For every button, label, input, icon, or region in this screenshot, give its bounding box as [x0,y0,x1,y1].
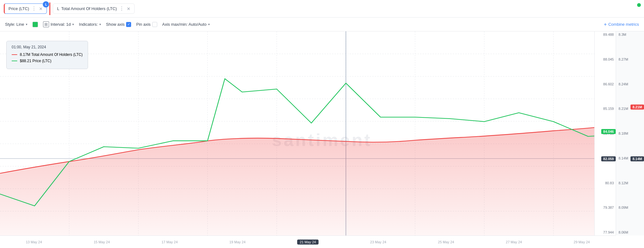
chart-svg [0,31,616,235]
combine-plus-icon: + [604,22,607,27]
ltc-icon-2: L [57,6,59,11]
indicators-chevron: ▾ [99,23,101,26]
y-right-label-1: 8.27M [616,57,644,61]
tooltip-date: 01:00, May 21, 2024 [12,45,83,49]
badge-crosshair-holders: 8.14M [630,156,644,161]
tab-price-label: Price (LTC) [8,6,29,11]
tab-price-menu[interactable]: ⋮ [31,6,37,12]
x-axis: 13 May 24 15 May 24 17 May 24 19 May 24 … [0,235,616,248]
show-axis-checkbox[interactable]: ✓ [126,22,131,27]
tooltip-row-holders: 8.17M Total Amount Of Holders (LTC) [12,52,83,57]
pin-axis-toggle[interactable]: Pin axis [136,22,157,27]
tab-holders-close[interactable]: ✕ [127,6,130,11]
tab-price-ltc[interactable]: L Price (LTC) ⋮ ✕ [4,3,47,14]
tooltip-line-green [12,61,17,62]
style-selector[interactable]: Style: Line ▾ [5,22,27,27]
chart-area: santiment 01:00, May 21, 2024 8.17M Tota… [0,31,644,248]
axis-maxmin-label: Axis max/min: Auto/Auto [162,22,207,27]
y-right-label-0: 8.3M [616,33,644,36]
y-right-label-4: 8.18M [616,132,644,135]
top-bar: L Price (LTC) ⋮ ✕ L Total Amount Of Hold… [0,0,644,18]
tooltip-row-price: $88.21 Price (LTC) [12,59,83,63]
x-label-6: 25 May 24 [438,240,454,244]
indicators-btn[interactable]: Indicators: ▾ [79,22,101,27]
combine-metrics-label: Combine metrics [608,22,639,27]
y-left-label-2: 86.602 [595,82,616,86]
status-dot [637,3,641,7]
y-right-label-2: 8.24M [616,82,644,86]
axis-maxmin-chevron: ▾ [208,23,210,26]
style-chevron: ▾ [26,23,27,26]
axis-maxmin-selector[interactable]: Axis max/min: Auto/Auto ▾ [162,22,210,27]
toolbar: Style: Line ▾ ⊞ Interval: 1d ▾ Indicator… [0,18,644,31]
x-label-1: 15 May 24 [94,240,110,244]
tab-holders-label: Total Amount Of Holders (LTC) [61,6,117,11]
tooltip: 01:00, May 21, 2024 8.17M Total Amount O… [6,41,88,69]
x-label-2: 17 May 24 [162,240,178,244]
tab-separator [49,3,50,15]
y-left-label-6: 80.83 [595,181,616,185]
interval-icon: ⊞ [43,21,49,27]
y-left-label-1: 88.045 [595,57,616,61]
y-left-label-0: 89.488 [595,33,616,36]
badge-crosshair-price: 82.059 [601,156,616,161]
y-axis-right: 8.3M 8.27M 8.24M 8.21M 8.18M 8.14M 8.12M… [616,31,644,235]
x-label-4: 21 May 24 [297,240,318,245]
show-axis-toggle[interactable]: Show axis ✓ [106,22,131,27]
pin-axis-label: Pin axis [136,22,151,27]
tab-holders-ltc[interactable]: L Total Amount Of Holders (LTC) ⋮ ✕ [53,3,135,14]
badge-price-value: 84.046 [601,129,616,134]
x-label-8: 29 May 24 [574,240,590,244]
x-label-5: 23 May 24 [370,240,386,244]
show-axis-label: Show axis [106,22,125,27]
combine-metrics-button[interactable]: + Combine metrics [604,22,639,27]
interval-chevron: ▾ [72,23,74,26]
y-left-label-7: 79.387 [595,206,616,209]
tooltip-value-price: $88.21 Price (LTC) [20,59,51,63]
ltc-icon-1: L [43,1,49,8]
y-right-label-6: 8.12M [616,181,644,185]
y-right-label-8: 8.06M [616,230,644,234]
style-label: Style: Line [5,22,24,27]
color-picker[interactable] [32,22,38,27]
x-label-7: 27 May 24 [506,240,522,244]
tab-holders-menu[interactable]: ⋮ [119,6,125,12]
indicators-label: Indicators: [79,22,98,27]
badge-holders-value: 8.21M [630,105,644,110]
tooltip-value-holders: 8.17M Total Amount Of Holders (LTC) [20,52,83,57]
y-right-label-7: 8.09M [616,206,644,209]
y-left-label-3: 85.159 [595,107,616,111]
y-left-label-8: 77.944 [595,230,616,234]
pin-axis-checkbox[interactable] [152,22,157,27]
interval-btn[interactable]: ⊞ Interval: 1d ▾ [43,21,74,27]
tab-price-close[interactable]: ✕ [39,6,43,11]
interval-label: Interval: 1d [51,22,71,27]
x-label-3: 19 May 24 [229,240,245,244]
x-label-0: 13 May 24 [26,240,42,244]
tooltip-line-red [12,54,17,55]
